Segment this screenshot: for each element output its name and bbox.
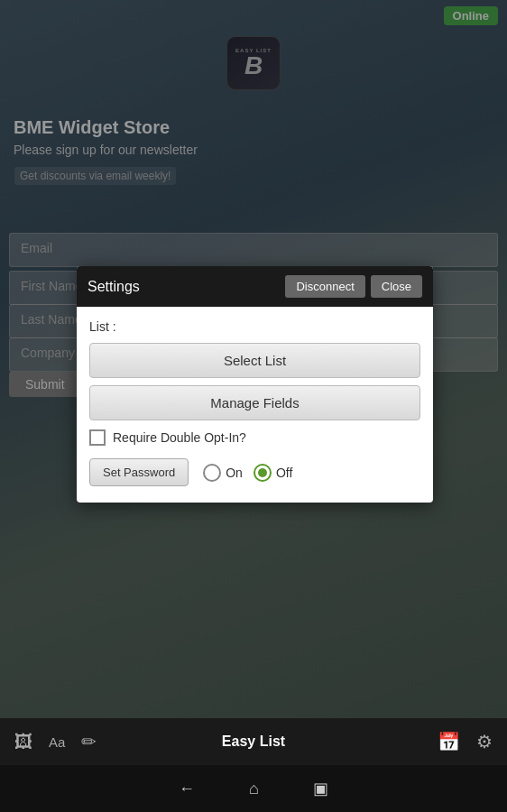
dialog-body: List : Select List Manage Fields Require… <box>77 307 433 503</box>
dialog-title: Settings <box>88 279 140 295</box>
app-bar-title: Easy List <box>222 734 285 750</box>
set-password-button[interactable]: Set Password <box>89 458 189 486</box>
back-button[interactable]: ← <box>179 780 195 798</box>
list-label: List : <box>89 319 420 334</box>
settings-icon[interactable]: ⚙ <box>476 731 493 752</box>
manage-fields-button[interactable]: Manage Fields <box>89 385 420 420</box>
image-icon[interactable]: 🖼 <box>14 732 32 752</box>
radio-on-circle[interactable] <box>203 464 221 482</box>
radio-on-item[interactable]: On <box>203 464 243 482</box>
calendar-icon[interactable]: 📅 <box>438 731 460 752</box>
home-button[interactable]: ⌂ <box>249 780 259 798</box>
recent-button[interactable]: ▣ <box>313 779 328 798</box>
edit-icon[interactable]: ✏ <box>81 731 97 752</box>
app-bar-icons-left: 🖼 Aa ✏ <box>14 731 97 752</box>
radio-off-inner <box>258 468 267 477</box>
system-bar: ← ⌂ ▣ <box>0 765 507 812</box>
radio-on-label: On <box>226 466 243 480</box>
bottom-row: Set Password On Off <box>89 458 420 486</box>
disconnect-button[interactable]: Disconnect <box>285 275 364 298</box>
radio-group: On Off <box>203 464 292 482</box>
radio-off-item[interactable]: Off <box>254 464 292 482</box>
radio-off-circle[interactable] <box>254 464 272 482</box>
app-bar-icons-right: 📅 ⚙ <box>438 731 493 752</box>
double-optin-row: Require Double Opt-In? <box>89 429 420 446</box>
double-optin-checkbox[interactable] <box>89 429 106 446</box>
radio-off-label: Off <box>276 466 292 480</box>
app-bar: 🖼 Aa ✏ Easy List 📅 ⚙ <box>0 718 507 765</box>
close-button[interactable]: Close <box>371 275 422 298</box>
dialog-header-buttons: Disconnect Close <box>285 275 422 298</box>
double-optin-label: Require Double Opt-In? <box>113 430 246 445</box>
dialog-header: Settings Disconnect Close <box>77 266 433 307</box>
select-list-button[interactable]: Select List <box>89 343 420 378</box>
settings-dialog: Settings Disconnect Close List : Select … <box>77 266 433 503</box>
font-icon[interactable]: Aa <box>49 734 65 750</box>
